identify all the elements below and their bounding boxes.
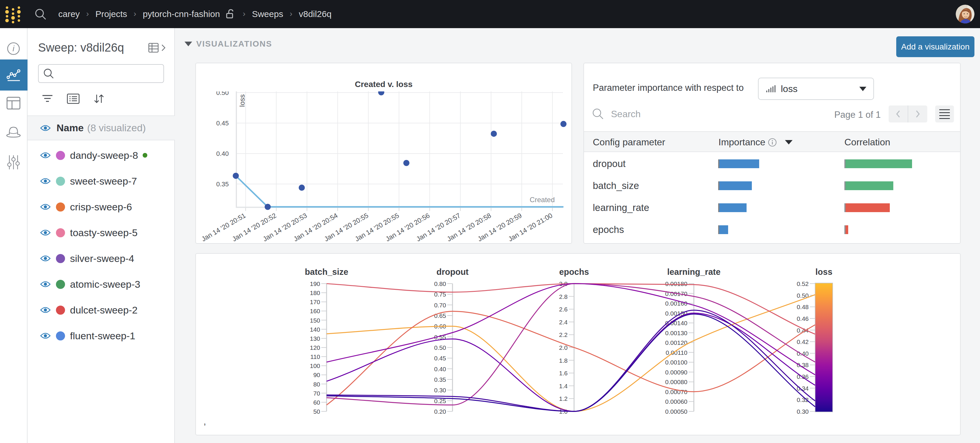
eye-icon[interactable] [40, 306, 51, 314]
list-icon[interactable] [67, 94, 80, 104]
run-name[interactable]: sweet-sweep-7 [70, 175, 137, 187]
axis-tick-label: 0.00160 [665, 300, 687, 307]
importance-search-input[interactable]: Search [592, 108, 641, 120]
breadcrumb-item[interactable]: Sweeps [252, 9, 283, 19]
run-name[interactable]: toasty-sweep-5 [70, 227, 138, 239]
eye-icon[interactable] [40, 280, 51, 288]
eye-icon[interactable] [40, 151, 51, 159]
avatar[interactable] [956, 5, 974, 24]
metric-dropdown[interactable]: loss [758, 78, 874, 100]
scatter-panel[interactable]: Created v. loss 0.500.450.400.35lossJan … [196, 63, 572, 244]
x-axis-title: Created [530, 196, 555, 204]
run-name[interactable]: dulcet-sweep-2 [70, 304, 138, 316]
sort-desc-icon[interactable] [785, 140, 792, 145]
chevron-right-icon[interactable] [161, 43, 166, 53]
run-name[interactable]: silver-sweep-4 [70, 253, 134, 264]
axis-title: loss [815, 267, 832, 277]
search-icon [43, 68, 54, 79]
wandb-logo-icon[interactable] [0, 0, 27, 28]
eye-icon[interactable] [40, 124, 51, 132]
sidebar-search-input[interactable] [38, 64, 164, 83]
y-tick-label: 0.45 [216, 120, 229, 127]
axis-tick-label: 90 [313, 371, 320, 378]
correlation-bar [845, 182, 893, 190]
importance-bar [718, 225, 728, 234]
run-row[interactable]: dandy-sweep-8 [27, 142, 175, 168]
eye-icon[interactable] [40, 203, 51, 211]
breadcrumb-item[interactable]: pytorch-cnn-fashion [143, 9, 220, 19]
eye-icon[interactable] [40, 332, 51, 339]
col-correlation[interactable]: Correlation [845, 132, 890, 153]
eye-icon[interactable] [40, 255, 51, 262]
axis-tick-label: 0.00100 [665, 359, 687, 366]
table-menu-button[interactable] [935, 105, 954, 123]
breadcrumb-item[interactable]: v8dil26q [299, 9, 331, 19]
importance-bar [718, 159, 759, 168]
filter-icon[interactable] [41, 94, 53, 104]
pagination-controls [889, 105, 927, 123]
importance-bar [718, 203, 746, 212]
search-placeholder: Search [611, 109, 641, 120]
run-list: dandy-sweep-8 sweet-sweep-7 crisp-sweep-… [27, 142, 175, 349]
run-row[interactable]: atomic-sweep-3 [27, 271, 175, 297]
charts-tab-active[interactable] [0, 59, 27, 91]
run-name[interactable]: fluent-sweep-1 [70, 330, 135, 342]
col-config-parameter[interactable]: Config parameter [593, 132, 665, 153]
axis-tick-label: 130 [310, 335, 320, 342]
col-importance[interactable]: Importance [719, 132, 765, 153]
axis-tick-label: 140 [310, 326, 320, 333]
run-name[interactable]: dandy-sweep-8 [70, 150, 138, 161]
run-row[interactable]: silver-sweep-4 [27, 245, 175, 271]
axis-tick-label: 100 [310, 362, 320, 369]
axis-tick-label: 0.42 [797, 338, 809, 345]
main-content: VISUALIZATIONS Add a visualization Creat… [175, 28, 980, 443]
axis-title: batch_size [305, 267, 348, 277]
run-color-dot [56, 280, 65, 289]
parallel-coordinates-panel[interactable]: 1901801701601501401301201101009080706050… [196, 253, 961, 435]
importance-panel: Parameter importance with respect to los… [584, 63, 961, 244]
eye-icon[interactable] [40, 177, 51, 185]
collapse-triangle-icon[interactable] [185, 41, 192, 46]
table-view-icon[interactable] [148, 43, 159, 53]
run-row[interactable]: toasty-sweep-5 [27, 220, 175, 245]
sliders-icon[interactable] [0, 153, 27, 171]
run-name[interactable]: crisp-sweep-6 [70, 201, 132, 213]
importance-row[interactable]: learning_rate [584, 197, 960, 218]
run-name[interactable]: atomic-sweep-3 [70, 279, 140, 290]
breadcrumb-item[interactable]: carey [58, 9, 80, 19]
axis-tick-label: 190 [310, 280, 320, 287]
add-visualization-button[interactable]: Add a visualization [896, 36, 974, 57]
importance-row[interactable]: epochs [584, 218, 960, 241]
scatter-point [233, 172, 239, 179]
param-name: batch_size [593, 180, 639, 191]
axis-tick-label: 50 [313, 408, 320, 415]
importance-row[interactable]: dropout [584, 153, 960, 175]
run-row[interactable]: crisp-sweep-6 [27, 194, 175, 220]
axis-tick-label: 160 [310, 308, 320, 314]
eye-icon[interactable] [40, 229, 51, 236]
breadcrumb-item[interactable]: Projects [95, 9, 127, 19]
axis-tick-label: 0.70 [434, 302, 446, 309]
sweep-sidebar: Sweep: v8dil26q [27, 28, 175, 443]
scatter-point [299, 185, 305, 191]
breadcrumb-separator: › [134, 9, 136, 19]
run-row[interactable]: dulcet-sweep-2 [27, 297, 175, 323]
sort-icon[interactable] [93, 93, 105, 104]
unlock-icon [224, 8, 236, 20]
table-panels-icon[interactable] [0, 94, 27, 112]
axis-tick-label: 0.00130 [665, 330, 687, 336]
run-row[interactable]: sweet-sweep-7 [27, 168, 175, 194]
run-list-header[interactable]: Name (8 visualized) [27, 115, 175, 140]
prev-page-button[interactable] [889, 105, 908, 123]
axis-tick-label: 2.2 [559, 331, 568, 338]
importance-row[interactable]: batch_size [584, 175, 960, 197]
search-icon[interactable] [35, 8, 48, 22]
run-row[interactable]: fluent-sweep-1 [27, 323, 175, 349]
hat-icon[interactable] [0, 123, 27, 141]
eye-icon[interactable] [40, 124, 51, 132]
info-icon[interactable]: i [0, 40, 27, 57]
y-tick-label: 0.50 [216, 89, 229, 96]
page-indicator: Page 1 of 1 [809, 110, 881, 120]
next-page-button[interactable] [908, 105, 927, 123]
info-icon[interactable] [768, 138, 777, 147]
